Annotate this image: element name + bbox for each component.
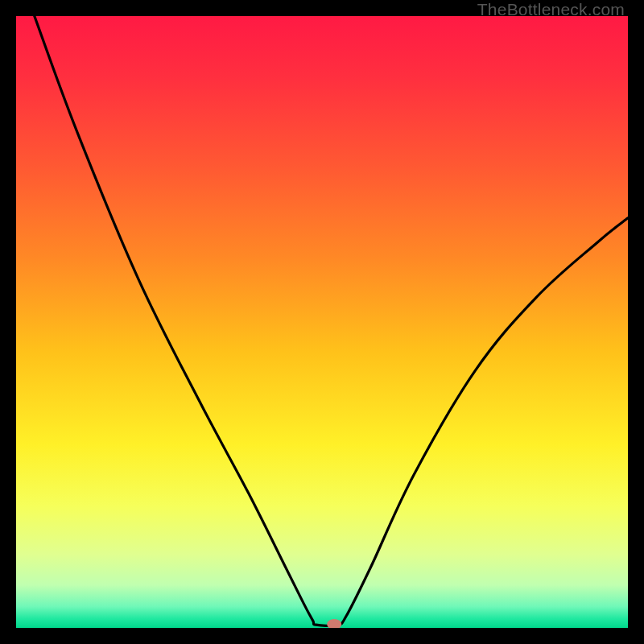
plot-background	[16, 16, 628, 628]
bottleneck-chart	[16, 16, 628, 628]
chart-frame	[16, 16, 628, 628]
watermark-text: TheBottleneck.com	[477, 0, 625, 19]
